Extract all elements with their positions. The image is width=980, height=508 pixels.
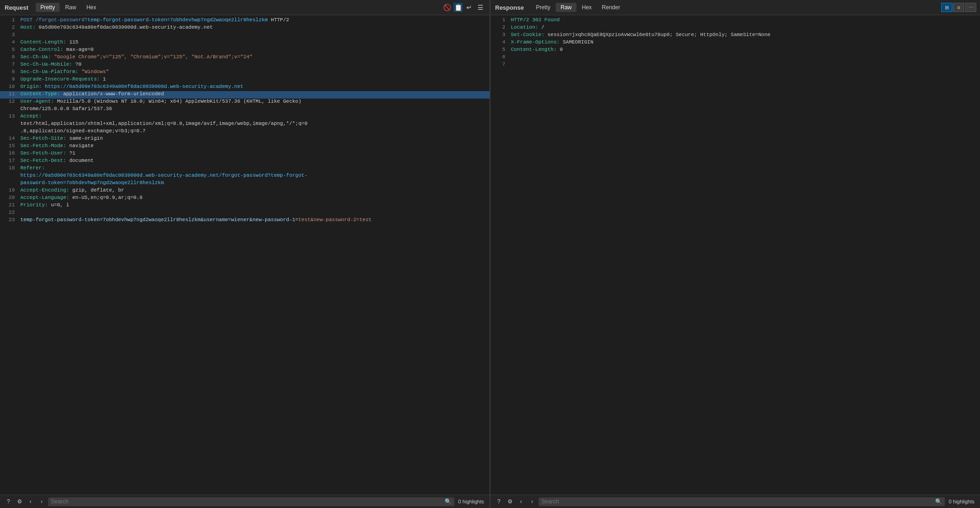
code-token: Content-Length: [511,47,560,52]
code-token: Mozilla/5.0 (Windows NT 10.0; Win64; x64… [57,99,301,104]
line-number: 3 [4,32,15,37]
list-view-button[interactable]: ≡ [953,3,964,12]
code-token: password-token=7obhdevhwp7ngd2waoqe2llr8… [20,180,164,186]
settings-icon[interactable]: ⚙ [15,497,24,506]
line-content: Upgrade-Insecure-Requests: 1 [20,76,486,82]
code-token: Accept-Encoding: [20,187,72,193]
code-token: same-origin [69,136,103,141]
line-content: text/html,application/xhtml+xml,applicat… [20,121,486,126]
tab-response-hex[interactable]: Hex [577,3,596,12]
tab-request-pretty[interactable]: Pretty [36,3,59,12]
table-row: 19Accept-Encoding: gzip, deflate, br [0,187,490,195]
line-content: Sec-Fetch-User: ?1 [20,150,486,156]
eye-slash-icon[interactable]: 🚫 [442,3,452,12]
line-content: temp-forgot-password-token=7obhdevhwp7ng… [20,217,486,223]
prev-match-button[interactable]: ‹ [26,497,35,506]
response-settings-icon[interactable]: ⚙ [505,497,515,506]
response-search-icon: 🔍 [935,498,942,505]
view-toggle-group: ⊞ ≡ ⋯ [941,3,976,12]
menu-icon[interactable]: ☰ [476,3,485,12]
response-prev-match-button[interactable]: ‹ [516,497,526,506]
table-row: 1HTTP/2 302 Found [490,17,980,25]
tab-response-raw[interactable]: Raw [556,3,576,12]
code-token: Set-Cookie: [511,32,547,37]
line-content: HTTP/2 302 Found [511,17,976,23]
code-token: temp-forgot-password-token=7obhdevhwp7ng… [20,217,298,223]
request-content[interactable]: 1POST /forgot-password?temp-forgot-passw… [0,15,490,495]
code-token: X-Frame-Options: [511,39,563,45]
table-row: 1POST /forgot-password?temp-forgot-passw… [0,17,490,25]
tab-request-hex[interactable]: Hex [82,3,101,12]
line-content: Referer: [20,165,486,171]
code-token: https://0a5d00e703c6349a80ef0dac0039000d… [45,84,243,89]
response-search-wrapper: 🔍 [539,497,945,506]
response-content[interactable]: 1HTTP/2 302 Found2Location: /3Set-Cookie… [490,15,980,495]
line-number: 18 [4,165,15,171]
code-token: Referer: [20,165,45,171]
next-match-button[interactable]: › [37,497,46,506]
menu-view-button[interactable]: ⋯ [965,3,976,12]
table-row: 10Origin: https://0a5d00e703c6349a80ef0d… [0,84,490,91]
code-token: Sec-Ch-Ua-Mobile: [20,62,75,67]
tab-request-raw[interactable]: Raw [61,3,81,12]
line-content: Accept-Encoding: gzip, deflate, br [20,187,486,193]
table-row: password-token=7obhdevhwp7ngd2waoqe2llr8… [0,180,490,187]
line-content: Sec-Ch-Ua: "Google Chrome";v="125", "Chr… [20,54,486,60]
table-row: 17Sec-Fetch-Dest: document [0,158,490,165]
main-container: Request Pretty Raw Hex 🚫 📋 ↵ ☰ 1POST /fo… [0,0,980,508]
line-content: Host: 0a5d00e703c6349a80ef0dac0039000d.w… [20,25,486,30]
code-token: Priority: [20,202,51,208]
table-row: 4Content-Length: 115 [0,39,490,47]
table-row: 5Content-Length: 0 [490,47,980,54]
line-content: Set-Cookie: session=jxqhc8QaE8QXpzioAvWc… [511,32,976,37]
line-number: 17 [4,158,15,163]
code-token: session=jxqhc8QaE8QXpzioAvWcwl6e0tu78up0… [547,32,770,37]
code-token: navigate [69,143,94,149]
code-token: temp-forgot-password-token=7obhdevhwp7ng… [87,17,267,23]
tab-response-render[interactable]: Render [597,3,625,12]
code-token: en-US,en;q=0.9,ar;q=0.8 [72,195,143,200]
code-token: 0a5d00e703c6349a80ef0dac0039000d.web-sec… [39,25,213,30]
table-row: 22 [0,210,490,217]
code-token: Upgrade-Insecure-Requests: [20,76,103,82]
line-number: 21 [4,202,15,208]
code-token: 0 [560,47,563,52]
response-next-match-button[interactable]: › [527,497,537,506]
line-number: 5 [494,47,505,52]
line-number: 3 [494,32,505,37]
code-token: POST /forgot-password? [20,17,87,23]
wrap-icon[interactable]: ↵ [465,3,474,12]
line-number: 8 [4,69,15,74]
request-panel: Request Pretty Raw Hex 🚫 📋 ↵ ☰ 1POST /fo… [0,0,490,508]
line-number: 15 [4,143,15,149]
line-number: 14 [4,136,15,141]
line-content: Origin: https://0a5d00e703c6349a80ef0dac… [20,84,486,89]
code-token: Content-Type: [20,91,63,97]
table-row: 11Content-Type: application/x-www-form-u… [0,91,490,99]
line-content: Sec-Fetch-Site: same-origin [20,136,486,141]
copy-icon[interactable]: 📋 [453,3,463,12]
request-panel-header: Request Pretty Raw Hex 🚫 📋 ↵ ☰ [0,0,490,15]
code-token: ?1 [69,150,75,156]
tab-response-pretty[interactable]: Pretty [531,3,555,12]
code-token: https://0a5d00e703c6349a80ef0dac0039000d… [20,173,308,178]
line-content: Sec-Ch-Ua-Platform: "Windows" [20,69,486,74]
code-token: Sec-Fetch-Dest: [20,158,69,163]
response-panel: Response Pretty Raw Hex Render 📋 ↵ ☰ 1HT… [490,0,980,508]
line-number: 23 [4,217,15,223]
line-number: 11 [4,91,15,97]
help-icon[interactable]: ? [4,497,13,506]
response-help-icon[interactable]: ? [494,497,503,506]
response-search-input[interactable] [541,498,935,505]
split-view-button[interactable]: ⊞ [941,3,952,12]
code-token: 1 [103,76,106,82]
request-search-input[interactable] [51,498,445,505]
line-number: 20 [4,195,15,200]
line-content: Accept-Language: en-US,en;q=0.9,ar;q=0.8 [20,195,486,200]
line-number: 16 [4,150,15,156]
code-token: Sec-Fetch-Mode: [20,143,69,149]
code-token: gzip, deflate, br [72,187,124,193]
code-token: Origin: [20,84,45,89]
table-row: text/html,application/xhtml+xml,applicat… [0,121,490,128]
table-row: 9Upgrade-Insecure-Requests: 1 [0,76,490,84]
